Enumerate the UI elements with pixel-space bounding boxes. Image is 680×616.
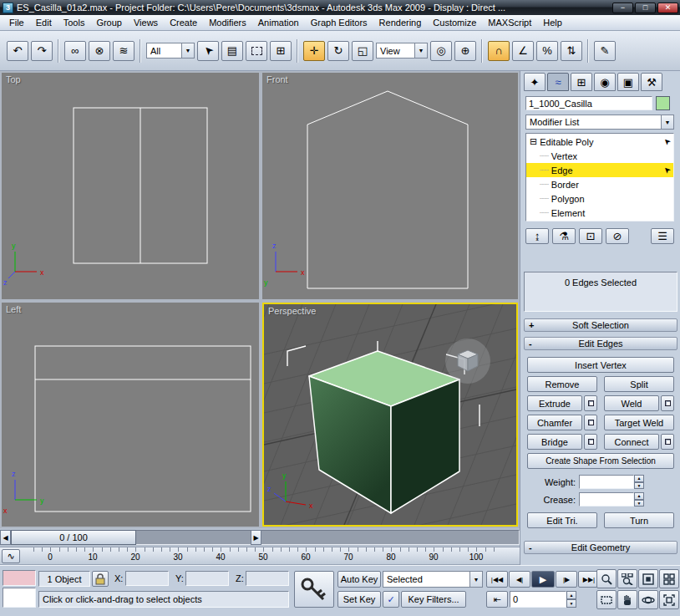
extrude-button[interactable]: Extrude bbox=[527, 395, 582, 411]
menu-edit[interactable]: Edit bbox=[30, 15, 58, 31]
reference-coordinate-system-dropdown[interactable]: View ▼ bbox=[376, 43, 428, 59]
weight-field[interactable] bbox=[579, 475, 634, 489]
spinner-up-icon[interactable]: ▲ bbox=[634, 475, 644, 482]
x-coordinate-field[interactable] bbox=[125, 571, 169, 586]
tab-motion[interactable]: ◉ bbox=[594, 73, 616, 91]
connect-button[interactable]: Connect bbox=[604, 434, 659, 450]
insert-vertex-button[interactable]: Insert Vertex bbox=[527, 357, 674, 373]
create-shape-from-selection-button[interactable]: Create Shape From Selection bbox=[527, 453, 674, 469]
redo-button[interactable]: ↷ bbox=[31, 41, 53, 61]
spinner-down-icon[interactable]: ▼ bbox=[566, 599, 576, 608]
tab-utilities[interactable]: ⚒ bbox=[641, 73, 662, 91]
menu-tools[interactable]: Tools bbox=[58, 15, 91, 31]
zoom-extents-all-button[interactable] bbox=[659, 569, 679, 588]
object-name-field[interactable]: 1_1000_Casilla bbox=[525, 96, 652, 110]
close-button[interactable]: ✕ bbox=[657, 3, 678, 13]
set-key-big-key-button[interactable] bbox=[294, 571, 334, 608]
maximize-button[interactable]: □ bbox=[635, 3, 656, 13]
spinner-down-icon[interactable]: ▼ bbox=[634, 482, 644, 490]
extrude-settings-button[interactable] bbox=[584, 395, 597, 411]
menu-group[interactable]: Group bbox=[90, 15, 128, 31]
menu-graph-editors[interactable]: Graph Editors bbox=[305, 15, 373, 31]
menu-animation[interactable]: Animation bbox=[252, 15, 305, 31]
track-bar[interactable]: ∿ 0 10 20 30 40 50 60 70 80 90 100 bbox=[0, 547, 520, 565]
viewport-front[interactable]: z x y Front bbox=[262, 73, 518, 299]
object-color-swatch[interactable] bbox=[656, 96, 670, 110]
percent-snap-toggle-button[interactable]: % bbox=[536, 41, 558, 61]
make-unique-button[interactable]: ⊡ bbox=[579, 228, 602, 244]
collapse-icon[interactable]: ⊟ bbox=[530, 136, 537, 147]
target-weld-button[interactable]: Target Weld bbox=[604, 415, 674, 430]
menu-file[interactable]: File bbox=[3, 15, 30, 31]
select-and-scale-button[interactable]: ◱ bbox=[352, 41, 373, 61]
weld-settings-button[interactable] bbox=[661, 395, 674, 411]
current-frame-spinner[interactable]: ▲ ▼ bbox=[566, 591, 576, 608]
edit-tri-button[interactable]: Edit Tri. bbox=[527, 512, 597, 528]
chamfer-settings-button[interactable] bbox=[584, 415, 597, 430]
viewport-front-label[interactable]: Front bbox=[266, 74, 288, 84]
rollout-edit-edges[interactable]: - Edit Edges bbox=[524, 337, 677, 350]
bridge-settings-button[interactable] bbox=[584, 434, 597, 450]
spinner-snap-toggle-button[interactable]: ⇅ bbox=[561, 41, 582, 61]
spinner-up-icon[interactable]: ▲ bbox=[566, 591, 576, 599]
remove-modifier-button[interactable]: ⊘ bbox=[606, 228, 629, 244]
zoom-region-button[interactable] bbox=[596, 590, 617, 609]
weight-spinner[interactable]: ▲ ▼ bbox=[634, 475, 644, 489]
snaps-toggle-button[interactable]: ∩ bbox=[488, 41, 510, 61]
select-and-rotate-button[interactable]: ↻ bbox=[327, 41, 349, 61]
title-bar[interactable]: 3 ES_Casilla_01a2.max - Project Folder: … bbox=[0, 0, 680, 15]
time-slider-left-button[interactable]: ◀ bbox=[0, 530, 11, 545]
previous-frame-button[interactable]: ◀| bbox=[509, 571, 530, 588]
next-frame-button[interactable]: |▶ bbox=[556, 571, 577, 588]
spinner-up-icon[interactable]: ▲ bbox=[634, 492, 644, 500]
rollout-edit-geometry[interactable]: - Edit Geometry bbox=[524, 541, 677, 554]
selection-lock-toggle[interactable] bbox=[92, 571, 109, 587]
tab-hierarchy[interactable]: ⊞ bbox=[571, 73, 592, 91]
open-mini-curve-editor-button[interactable]: ∿ bbox=[2, 549, 20, 563]
chamfer-button[interactable]: Chamfer bbox=[527, 415, 582, 430]
time-slider-right-button[interactable]: ▶ bbox=[251, 530, 261, 545]
select-and-move-button[interactable]: ✛ bbox=[303, 41, 325, 61]
stack-row-element[interactable]: ┈┈ Element bbox=[526, 206, 673, 220]
maxscript-mini-listener-pink[interactable] bbox=[3, 570, 36, 586]
time-slider-handle[interactable]: 0 / 100 bbox=[11, 530, 136, 545]
bind-to-spacewarp-button[interactable]: ≋ bbox=[113, 41, 134, 61]
play-animation-button[interactable]: ▶ bbox=[531, 571, 555, 588]
z-coordinate-field[interactable] bbox=[246, 571, 289, 586]
viewport-top[interactable]: y x z Top bbox=[2, 73, 259, 299]
weld-button[interactable]: Weld bbox=[604, 395, 659, 411]
select-and-link-button[interactable]: ∞ bbox=[64, 41, 86, 61]
dropdown-arrow-icon[interactable]: ▼ bbox=[661, 115, 673, 129]
viewport-left[interactable]: z y x Left bbox=[2, 303, 259, 527]
menu-maxscript[interactable]: MAXScript bbox=[482, 15, 537, 31]
menu-customize[interactable]: Customize bbox=[427, 15, 482, 31]
maxscript-mini-listener-white[interactable] bbox=[3, 588, 36, 608]
unlink-selection-button[interactable]: ⊗ bbox=[89, 41, 110, 61]
selection-set-dropdown[interactable]: Selected ▼ bbox=[383, 571, 483, 588]
dropdown-arrow-icon[interactable]: ▼ bbox=[181, 43, 194, 58]
angle-snap-toggle-button[interactable]: ∠ bbox=[512, 41, 534, 61]
menu-help[interactable]: Help bbox=[537, 15, 568, 31]
stack-row-border[interactable]: ┈┈ Border bbox=[526, 177, 673, 191]
use-pivot-point-center-button[interactable]: ◎ bbox=[430, 41, 452, 61]
stack-row-edge[interactable]: ┈┈ Edge ➤ bbox=[526, 163, 673, 177]
tab-modify[interactable]: ≈ bbox=[547, 73, 569, 91]
viewport-perspective[interactable]: y x z Perspective bbox=[262, 303, 518, 527]
crease-spinner[interactable]: ▲ ▼ bbox=[634, 492, 644, 507]
select-by-name-button[interactable]: ▤ bbox=[221, 41, 243, 61]
maximize-viewport-toggle-button[interactable] bbox=[659, 590, 679, 609]
tab-display[interactable]: ▣ bbox=[617, 73, 639, 91]
window-crossing-button[interactable]: ⊞ bbox=[270, 41, 292, 61]
split-button[interactable]: Split bbox=[604, 376, 674, 392]
set-key-button[interactable]: Set Key bbox=[337, 591, 381, 608]
zoom-extents-button[interactable] bbox=[638, 569, 658, 588]
zoom-all-button[interactable] bbox=[617, 569, 637, 588]
dropdown-arrow-icon[interactable]: ▼ bbox=[414, 43, 427, 58]
turn-button[interactable]: Turn bbox=[604, 512, 674, 528]
configure-modifier-sets-button[interactable]: ☰ bbox=[651, 228, 674, 244]
pin-stack-button[interactable]: ↨ bbox=[525, 228, 549, 244]
spinner-down-icon[interactable]: ▼ bbox=[634, 500, 644, 507]
undo-button[interactable]: ↶ bbox=[7, 41, 28, 61]
modifier-stack-list[interactable]: ⊟ Editable Poly ➤ ┈┈ Vertex ┈┈ Edge ➤ ┈┈… bbox=[525, 133, 674, 221]
viewport-top-label[interactable]: Top bbox=[6, 74, 21, 84]
